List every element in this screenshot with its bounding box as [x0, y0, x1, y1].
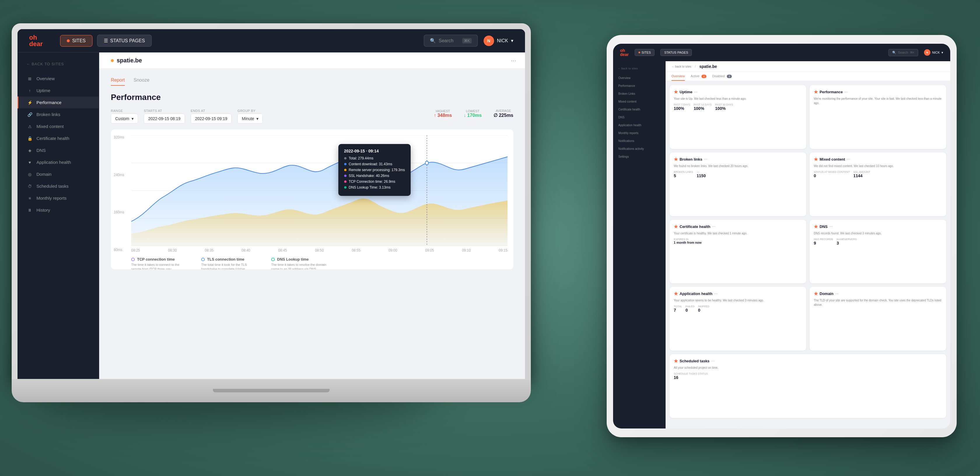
sidebar-item-scheduled[interactable]: ⏱ Scheduled tasks [18, 180, 99, 192]
tablet-dashboard-tabs: Overview Active 4 Disabled 3 [666, 72, 950, 81]
tablet-search-shortcut: ⌘K [910, 51, 915, 54]
tooltip-ssl-dot [344, 175, 347, 177]
groupby-chevron-icon: ▾ [256, 116, 258, 121]
tablet-site-back[interactable]: ← back to sites [671, 65, 691, 68]
range-select[interactable]: Custom ▾ [111, 114, 138, 124]
laptop-logo: oh dear [29, 34, 43, 47]
domain-menu-icon[interactable]: ··· [835, 292, 839, 296]
chevron-down-icon: ▾ [511, 38, 513, 43]
sidebar-item-reports[interactable]: ≡ Monthly reports [18, 192, 99, 204]
x-label-11: 09:15 [499, 248, 508, 252]
x-label-5: 08:45 [278, 248, 287, 252]
scheduled-menu-icon[interactable]: ··· [711, 359, 715, 363]
sidebar-item-app-health[interactable]: ♥ Application health [18, 156, 99, 168]
user-name: NICK [497, 38, 508, 43]
mixed-menu-icon[interactable]: ··· [847, 157, 850, 162]
app-health-failed-label: FAILED [686, 305, 694, 308]
sidebar-item-domain[interactable]: ◎ Domain [18, 168, 99, 180]
tablet-status-btn[interactable]: STATUS PAGES [660, 49, 692, 56]
scheduled-count-value: 16 [674, 375, 708, 380]
dns-menu-icon[interactable]: ··· [829, 224, 833, 229]
sidebar-item-certificate[interactable]: 🔒 Certificate health [18, 132, 99, 144]
app-health-title-text: Application health [679, 292, 713, 296]
sidebar-item-dns[interactable]: ◈ DNS [18, 144, 99, 156]
scheduled-stat-count: SCHEDULE TASKS STATUS 16 [674, 372, 708, 380]
tablet-sidebar-broken-links[interactable]: Broken Links [613, 90, 666, 98]
performance-title: Performance [111, 93, 513, 102]
tablet-search[interactable]: 🔍 Search ⌘K [888, 49, 918, 56]
sidebar-item-mixed-content[interactable]: ⚠ Mixed content [18, 121, 99, 132]
app-health-menu-icon[interactable]: ··· [714, 292, 718, 296]
scheduled-count-label: SCHEDULE TASKS STATUS [674, 372, 708, 375]
performance-menu-icon[interactable]: ··· [845, 90, 848, 94]
search-shortcut: ⌘K [462, 38, 472, 43]
sidebar-item-broken-links[interactable]: 🔗 Broken links [18, 108, 99, 121]
tablet-sidebar-performance[interactable]: Performance [613, 82, 666, 90]
user-menu[interactable]: N NICK ▾ [484, 36, 513, 46]
card-broken-links: ★ Broken links ··· We found no broken li… [670, 152, 806, 216]
dashboard-grid: ★ Uptime ··· Your site is Up. We last ch… [666, 81, 950, 422]
tablet-sidebar-notif-activity[interactable]: Notifications activity [613, 145, 666, 153]
mixed-ssl-value: 1144 [853, 173, 870, 178]
legend-dns-title: DNS Lookup time [277, 257, 309, 262]
ends-select[interactable]: 2022-09-15 09:19 [191, 114, 232, 124]
laptop-device: oh dear SITES ☰ STATUS PAGES 🔍 Search ⌘K [12, 23, 531, 402]
highest-label: HIGHEST [434, 109, 452, 113]
sidebar-item-performance[interactable]: ⚡ Performance [18, 97, 99, 108]
tablet-app-header: oh dear SITES STATUS PAGES 🔍 Search ⌘K N [613, 44, 950, 61]
tooltip-dns-text: DNS Lookup Time: 3.13ms [349, 186, 391, 189]
tablet-tab-active[interactable]: Active 4 [690, 75, 706, 81]
tablet-sidebar-notifications[interactable]: Notifications [613, 137, 666, 145]
tablet-user-menu[interactable]: N NICK ▾ [924, 49, 943, 56]
tablet-sidebar-certificate[interactable]: Certificate health [613, 106, 666, 113]
card-dns-title: ★ DNS ··· [814, 224, 942, 229]
card-app-health-title: ★ Application health ··· [674, 291, 802, 297]
sidebar-overview-label: Overview [37, 76, 55, 81]
sidebar-app-health-label: Application health [37, 160, 71, 165]
tablet-sidebar-settings[interactable]: Settings [613, 153, 666, 160]
site-menu-button[interactable]: ··· [511, 57, 516, 64]
domain-desc: The TLD of your site are supported for t… [814, 298, 942, 307]
laptop-app-content: ← BACK TO SITES ⊞ Overview ↑ Uptime ⚡ Pe… [18, 52, 525, 379]
broken-links-total-label: — [697, 171, 706, 173]
tablet-sidebar-dns[interactable]: DNS [613, 113, 666, 121]
sidebar-item-history[interactable]: ⏸ History [18, 204, 99, 216]
user-avatar: N [484, 36, 494, 46]
tablet-back-link[interactable]: ← back to sites [613, 65, 666, 72]
tablet-tab-overview[interactable]: Overview [671, 75, 685, 81]
search-bar[interactable]: 🔍 Search ⌘K [424, 35, 478, 47]
uptime-title-text: Uptime [679, 90, 692, 94]
average-stat: AVERAGE ∅ 225ms [493, 109, 513, 118]
scheduled-stats: SCHEDULE TASKS STATUS 16 [674, 372, 942, 380]
reports-icon: ≡ [27, 196, 32, 200]
tablet-tab-disabled[interactable]: Disabled 3 [712, 75, 732, 81]
tab-snooze[interactable]: Snooze [134, 78, 150, 86]
uptime-menu-icon[interactable]: ··· [694, 90, 698, 94]
tablet-sidebar-app-health[interactable]: Application health [613, 121, 666, 129]
tablet-sidebar-mixed-content[interactable]: Mixed content [613, 98, 666, 106]
sidebar-item-uptime[interactable]: ↑ Uptime [18, 84, 99, 97]
search-placeholder-text: Search [439, 38, 453, 43]
sidebar-item-overview[interactable]: ⊞ Overview [18, 73, 99, 84]
broken-links-stat-total: — 1150 [697, 171, 706, 178]
back-to-sites[interactable]: ← BACK TO SITES [18, 58, 99, 70]
starts-select[interactable]: 2022-09-15 08:19 [144, 114, 185, 124]
tab-report[interactable]: Report [111, 78, 125, 86]
legend-tls-desc: The total time it took for the TLS hands… [201, 263, 259, 269]
ends-label: ENDS AT [191, 109, 232, 113]
tablet-sidebar-reports[interactable]: Monthly reports [613, 129, 666, 137]
uptime-star-icon: ★ [674, 89, 678, 95]
sites-nav-button[interactable]: SITES [60, 35, 92, 47]
mixed-star-icon: ★ [814, 157, 818, 162]
app-health-stat-total: TOTAL 7 [674, 305, 682, 313]
cert-menu-icon[interactable]: ··· [712, 224, 716, 229]
uptime-14days-value: 100% [694, 106, 712, 111]
broken-links-menu-icon[interactable]: ··· [704, 157, 708, 162]
dns-icon: ◈ [27, 148, 32, 153]
mixed-title-text: Mixed content [819, 157, 845, 162]
tablet-sidebar-overview[interactable]: Overview [613, 74, 666, 82]
tablet-sites-btn[interactable]: SITES [635, 49, 655, 56]
groupby-select[interactable]: Minute ▾ [237, 114, 263, 124]
ends-value: 2022-09-15 09:19 [195, 116, 228, 121]
status-pages-nav-button[interactable]: ☰ STATUS PAGES [97, 35, 152, 47]
